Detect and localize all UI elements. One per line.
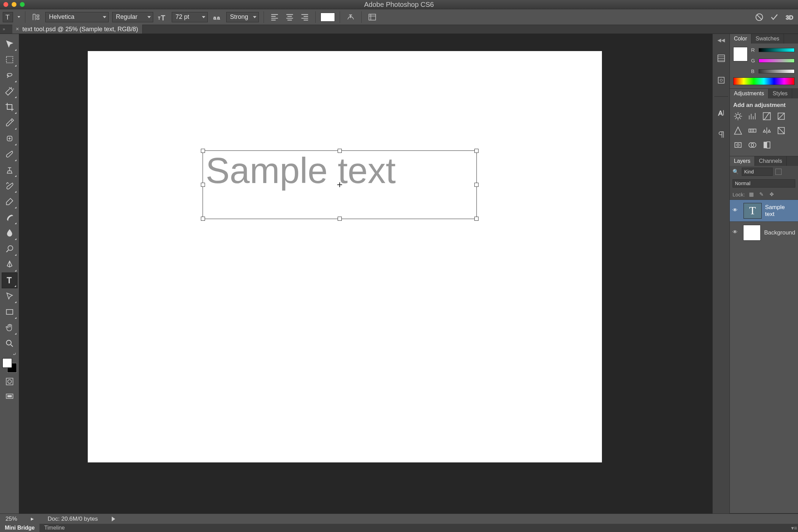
hue-adjustment-icon[interactable] xyxy=(748,126,757,135)
layer-filter-dropdown[interactable]: Kind xyxy=(742,168,773,176)
status-disclosure-icon[interactable] xyxy=(112,517,115,521)
layer-thumbnail-text[interactable]: T xyxy=(743,203,762,219)
text-color-swatch[interactable] xyxy=(321,13,335,22)
font-style-dropdown[interactable]: Regular xyxy=(112,12,153,22)
zoom-level[interactable]: 25% xyxy=(5,516,17,522)
window-zoom-button[interactable] xyxy=(20,2,25,7)
photo-filter-adjustment-icon[interactable] xyxy=(733,140,743,150)
path-selection-tool[interactable] xyxy=(2,288,17,304)
layer-name[interactable]: Background xyxy=(764,229,795,236)
document-canvas[interactable]: Sample text xyxy=(88,51,602,462)
document-tab[interactable]: × text tool.psd @ 25% (Sample text, RGB/… xyxy=(12,25,143,34)
type-tool[interactable]: T xyxy=(2,273,17,288)
mini-bridge-tab[interactable]: Mini Bridge xyxy=(0,524,39,532)
layer-item-text[interactable]: 👁 T Sample text xyxy=(730,200,798,221)
hand-tool[interactable] xyxy=(2,320,17,336)
history-panel-icon[interactable] xyxy=(715,52,727,64)
canvas-area[interactable]: Sample text xyxy=(19,34,712,513)
resize-handle-top-left[interactable] xyxy=(201,149,205,153)
swatches-tab[interactable]: Swatches xyxy=(751,34,784,44)
layers-tab[interactable]: Layers xyxy=(730,156,755,166)
text-bounding-box[interactable]: Sample text xyxy=(203,150,477,219)
eyedropper-tool[interactable] xyxy=(2,115,17,131)
timeline-tab[interactable]: Timeline xyxy=(39,524,70,532)
g-slider[interactable] xyxy=(759,59,795,63)
tool-preset-picker[interactable]: T xyxy=(3,12,13,22)
resize-handle-top-middle[interactable] xyxy=(338,149,342,153)
commit-edit-button[interactable] xyxy=(769,12,780,22)
color-panel-swatch[interactable] xyxy=(733,47,748,61)
b-slider[interactable] xyxy=(759,69,795,73)
styles-tab[interactable]: Styles xyxy=(769,89,792,98)
character-panel-icon[interactable]: A xyxy=(715,107,727,119)
paragraph-panel-icon[interactable] xyxy=(715,129,727,141)
move-tool[interactable] xyxy=(2,36,17,52)
window-close-button[interactable] xyxy=(3,2,8,7)
properties-panel-icon[interactable] xyxy=(715,74,727,86)
layer-name[interactable]: Sample text xyxy=(765,204,795,218)
resize-handle-top-right[interactable] xyxy=(474,149,479,153)
brush-tool[interactable] xyxy=(2,146,17,162)
resize-handle-bottom-left[interactable] xyxy=(201,217,205,221)
window-minimize-button[interactable] xyxy=(12,2,16,7)
align-center-button[interactable] xyxy=(284,12,295,22)
swap-colors-icon[interactable]: ⤾ xyxy=(3,351,16,357)
channels-tab[interactable]: Channels xyxy=(755,156,787,166)
font-family-dropdown[interactable]: Helvetica xyxy=(45,12,109,22)
crop-tool[interactable] xyxy=(2,99,17,115)
marquee-tool[interactable] xyxy=(2,52,17,68)
history-brush-tool[interactable] xyxy=(2,178,17,194)
tab-overflow-icon[interactable]: » xyxy=(3,27,10,34)
magic-wand-tool[interactable] xyxy=(2,83,17,99)
font-size-dropdown[interactable]: 72 pt xyxy=(172,12,208,22)
blend-mode-dropdown[interactable]: Normal xyxy=(733,179,795,188)
foreground-color-swatch[interactable] xyxy=(2,358,12,368)
lock-transparency-icon[interactable]: ▦ xyxy=(749,191,755,197)
healing-brush-tool[interactable] xyxy=(2,131,17,146)
lasso-tool[interactable] xyxy=(2,68,17,83)
filter-pixel-icon[interactable] xyxy=(775,169,782,175)
gradient-tool[interactable] xyxy=(2,209,17,225)
blur-tool[interactable] xyxy=(2,225,17,241)
color-spectrum-bar[interactable] xyxy=(733,77,795,85)
anti-alias-dropdown[interactable]: Strong xyxy=(226,12,259,22)
zoom-tool[interactable] xyxy=(2,336,17,351)
layer-visibility-icon[interactable]: 👁 xyxy=(733,207,740,215)
close-tab-icon[interactable]: × xyxy=(16,26,19,32)
rectangle-tool[interactable] xyxy=(2,304,17,320)
resize-handle-middle-left[interactable] xyxy=(201,183,205,187)
resize-handle-middle-right[interactable] xyxy=(474,183,479,187)
dodge-tool[interactable] xyxy=(2,241,17,257)
channel-mixer-adjustment-icon[interactable] xyxy=(748,140,757,150)
expand-panels-icon[interactable]: ◀◀ xyxy=(716,37,726,42)
curves-adjustment-icon[interactable] xyxy=(762,111,772,121)
cancel-edit-button[interactable] xyxy=(753,12,765,22)
lock-pixels-icon[interactable]: ✎ xyxy=(759,191,765,197)
clone-stamp-tool[interactable] xyxy=(2,162,17,178)
tool-preset-caret-icon[interactable] xyxy=(17,16,20,18)
transform-center-icon[interactable] xyxy=(337,182,342,187)
levels-adjustment-icon[interactable] xyxy=(748,111,757,121)
resize-handle-bottom-right[interactable] xyxy=(474,217,479,221)
bottom-panel-menu-icon[interactable]: ▾≡ xyxy=(791,525,798,531)
bw-adjustment-icon[interactable] xyxy=(776,126,786,135)
layer-visibility-icon[interactable]: 👁 xyxy=(733,229,740,237)
invert-adjustment-icon[interactable] xyxy=(762,140,772,150)
layer-thumbnail-raster[interactable] xyxy=(743,225,761,241)
color-balance-adjustment-icon[interactable] xyxy=(762,126,772,135)
text-orientation-toggle[interactable] xyxy=(30,12,42,22)
align-right-button[interactable] xyxy=(299,12,311,22)
3d-text-button[interactable]: 3D xyxy=(784,12,795,22)
layer-item-background[interactable]: 👁 Background xyxy=(730,221,798,243)
screen-mode-toggle[interactable] xyxy=(3,390,16,403)
align-left-button[interactable] xyxy=(269,12,280,22)
resize-handle-bottom-middle[interactable] xyxy=(338,217,342,221)
foreground-background-colors[interactable] xyxy=(2,358,17,373)
character-panel-toggle[interactable] xyxy=(366,12,378,22)
lock-position-icon[interactable]: ✥ xyxy=(770,191,776,197)
status-menu-icon[interactable]: ▸ xyxy=(31,515,34,522)
brightness-adjustment-icon[interactable] xyxy=(733,111,743,121)
r-slider[interactable] xyxy=(759,48,795,52)
pen-tool[interactable] xyxy=(2,257,17,273)
adjustments-tab[interactable]: Adjustments xyxy=(730,89,769,98)
